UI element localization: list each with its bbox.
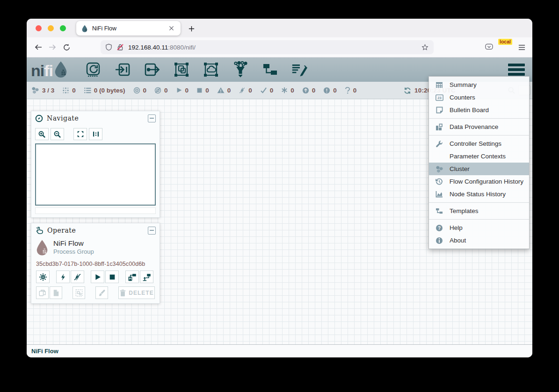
menu-item-label: Parameter Contexts (450, 153, 506, 160)
minimize-window-button[interactable] (48, 25, 54, 31)
shield-icon[interactable] (105, 43, 112, 51)
label-icon[interactable] (291, 61, 308, 78)
status-item-stopped: 0 (196, 87, 209, 94)
svg-text:23: 23 (437, 96, 442, 100)
status-value: 0 (143, 87, 147, 94)
color-brush-button[interactable] (95, 286, 108, 299)
global-menu-button[interactable] (507, 62, 526, 78)
menu-item-controller-settings[interactable]: Controller Settings (429, 137, 529, 150)
menu-item-label: About (450, 237, 466, 244)
enable-button[interactable] (56, 271, 70, 283)
breadcrumb[interactable]: NiFi Flow (31, 348, 58, 355)
process-group-drop-icon (35, 239, 49, 257)
menu-item-counters[interactable]: 23 Counters (429, 91, 529, 104)
menu-item-cluster[interactable]: Cluster (429, 163, 529, 175)
menu-item-summary[interactable]: Summary (429, 78, 529, 91)
breadcrumb-bar: NiFi Flow (27, 344, 532, 357)
app-menu-icon[interactable] (518, 44, 526, 51)
selected-flow-type: Process Group (53, 248, 94, 255)
processor-icon[interactable] (85, 61, 102, 78)
browser-tab-bar: NiFi Flow (27, 19, 532, 37)
start-button[interactable] (91, 271, 104, 283)
collapse-operate-button[interactable] (148, 227, 156, 235)
zoom-window-button[interactable] (60, 25, 66, 31)
group-button[interactable] (73, 286, 85, 299)
forward-button[interactable] (45, 41, 59, 54)
status-item-sync-failure: 0 (345, 87, 357, 94)
zoom-fit-button[interactable] (73, 128, 87, 140)
menu-item-help[interactable]: ? Help (429, 221, 529, 234)
process-group-icon[interactable] (173, 61, 190, 78)
browser-window: NiFi Flow (27, 19, 532, 357)
history-icon (435, 178, 444, 185)
birdseye-compass-icon (35, 114, 43, 122)
menu-item-about[interactable]: About (429, 234, 529, 247)
birdseye-view[interactable] (35, 143, 156, 206)
browser-tab[interactable]: NiFi Flow (76, 21, 181, 36)
reload-button[interactable] (59, 41, 73, 54)
status-item-queued: 0 (0 bytes) (84, 87, 125, 94)
birdseye-resize-handle[interactable] (35, 207, 156, 214)
delete-button[interactable]: DELETE (118, 286, 155, 299)
configuration-button[interactable] (36, 271, 50, 283)
menu-item-label: Counters (450, 94, 475, 101)
tab-title: NiFi Flow (92, 25, 167, 32)
output-port-icon[interactable] (144, 61, 160, 78)
tab-close-icon[interactable] (167, 24, 176, 33)
operate-panel: Operate NiFi Flow Process Group 35cbd3b7… (31, 223, 160, 304)
copy-button[interactable] (36, 286, 49, 299)
operate-buttons-row1 (31, 267, 160, 283)
operate-title: Operate (47, 227, 76, 234)
status-item-cluster: 3 / 3 (31, 86, 54, 94)
new-tab-button[interactable] (186, 23, 197, 34)
zoom-actual-size-button[interactable] (89, 128, 102, 140)
template-icon[interactable] (261, 61, 278, 78)
menu-item-flow-configuration-history[interactable]: Flow Configuration History (429, 175, 529, 188)
paste-button[interactable] (50, 286, 62, 299)
menu-item-data-provenance[interactable]: Data Provenance (429, 121, 529, 133)
global-menu-dropdown: Summary 23 Counters Bulletin Board Data … (428, 76, 530, 249)
sync-failure-icon (345, 87, 350, 94)
status-item-disabled: 0 (239, 87, 252, 94)
menu-item-node-status-history[interactable]: Node Status History (429, 188, 529, 200)
remote-process-group-icon[interactable] (203, 61, 219, 78)
profile-avatar[interactable]: local (500, 42, 511, 53)
menu-item-parameter-contexts[interactable]: Parameter Contexts (429, 150, 529, 163)
locally-modified-icon (281, 87, 288, 93)
menu-item-label: Templates (450, 207, 479, 214)
menu-item-bulletin-board[interactable]: Bulletin Board (429, 104, 529, 116)
upload-template-button[interactable] (140, 271, 153, 283)
bookmark-star-icon[interactable] (421, 43, 429, 51)
window-controls (36, 25, 66, 31)
status-item-locally-modified: 0 (281, 87, 294, 94)
zoom-out-button[interactable] (51, 128, 64, 140)
status-value: 0 (333, 87, 337, 94)
queued-icon (84, 87, 91, 94)
menu-item-label: Flow Configuration History (450, 178, 523, 185)
back-button[interactable] (31, 41, 45, 54)
stop-button[interactable] (105, 271, 119, 283)
zoom-in-button[interactable] (35, 128, 49, 140)
url-text[interactable]: 192.168.40.11:8080/nifi/ (128, 44, 421, 51)
about-icon (435, 237, 444, 244)
funnel-icon[interactable] (232, 61, 249, 78)
status-value: 0 (248, 87, 252, 94)
svg-text:?: ? (438, 225, 441, 230)
input-port-icon[interactable] (114, 61, 131, 78)
bulletin-board-icon (435, 107, 444, 114)
menu-item-templates[interactable]: Templates (429, 205, 529, 217)
pocket-icon[interactable] (485, 43, 494, 51)
insecure-lock-icon[interactable] (116, 43, 124, 51)
wrench-icon (435, 140, 444, 148)
close-window-button[interactable] (36, 25, 42, 31)
url-bar[interactable]: 192.168.40.11:8080/nifi/ (101, 40, 434, 54)
refresh-icon[interactable] (404, 87, 411, 94)
collapse-navigate-button[interactable] (148, 114, 156, 122)
save-template-button[interactable] (125, 271, 139, 283)
running-icon (176, 87, 182, 93)
node-status-icon (435, 191, 444, 198)
disable-button[interactable] (71, 271, 84, 283)
cluster-cubes-icon (435, 165, 444, 173)
stopped-icon (196, 87, 203, 93)
nifi-logo-text-light: fi (44, 63, 53, 78)
